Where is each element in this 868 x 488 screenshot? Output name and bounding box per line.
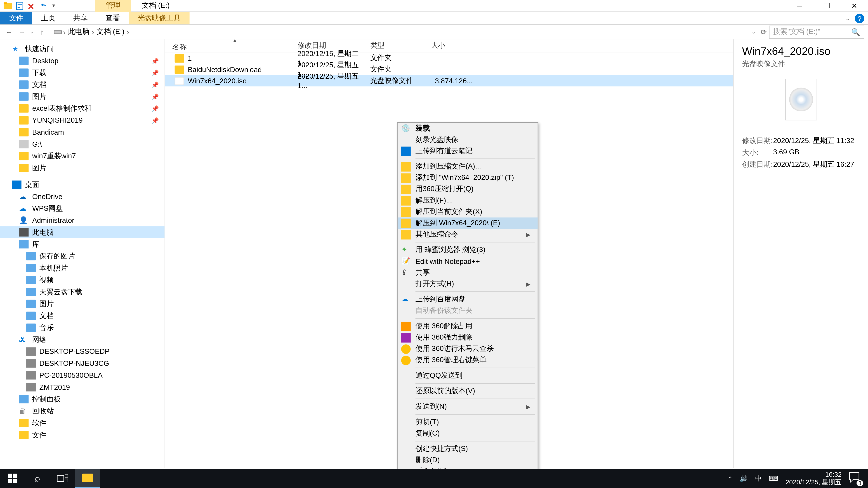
task-view-button[interactable] [50,469,75,488]
tree-documents[interactable]: 文档📌 [0,78,164,91]
nav-forward-button[interactable]: → [17,26,27,37]
address-dropdown-icon[interactable]: ⌄ [752,29,756,35]
ctx-add-archive[interactable]: 添加到压缩文件(A)... [398,161,538,172]
nav-back-button[interactable]: ← [4,26,14,37]
minimize-button[interactable]: ─ [786,0,813,11]
maximize-button[interactable]: ❐ [813,0,840,11]
ctx-extract-here[interactable]: 解压到当前文件夹(X) [398,206,538,217]
tree-gdrive[interactable]: G:\ [0,138,164,150]
tree-pc4[interactable]: ZMT2019 [0,381,164,393]
ctx-360-unlock[interactable]: 使用 360解除占用 [398,321,538,332]
tree-wps[interactable]: ☁WPS网盘 [0,203,164,215]
nav-up-button[interactable]: ↑ [36,26,47,37]
ctx-copy[interactable]: 复制(C) [398,428,538,439]
refresh-icon[interactable]: ⟳ [761,28,767,36]
ctx-cut[interactable]: 剪切(T) [398,416,538,428]
ctx-shortcut[interactable]: 创建快捷方式(S) [398,443,538,455]
tree-pictures2[interactable]: 图片 [0,162,164,174]
ctx-bee-browser[interactable]: ✦用 蜂蜜浏览器 浏览(3) [398,244,538,256]
ctx-qq-send[interactable]: 通过QQ发送到 [398,370,538,381]
tree-documents2[interactable]: 文档 [0,310,164,322]
search-input[interactable]: 搜索"文档 (E:)" 🔍 [769,25,864,38]
ribbon-tab-file[interactable]: 文件 [0,12,32,24]
tree-music[interactable]: 音乐 [0,322,164,334]
notification-center[interactable]: 3 [849,472,862,485]
nav-recent-dropdown[interactable]: ⌄ [30,29,34,35]
tree-network[interactable]: 🖧网络 [0,334,164,346]
ctx-open-360zip[interactable]: 用360压缩打开(Q) [398,184,538,195]
volume-icon[interactable]: 🔊 [740,475,748,482]
col-header-name[interactable]: ▲ 名称 [165,39,297,53]
ime-icon[interactable]: ⌨ [769,475,778,482]
ctx-extract-to[interactable]: 解压到(F)... [398,195,538,206]
chevron-right-icon[interactable]: › [63,28,66,36]
tree-bandicam[interactable]: Bandicam [0,126,164,138]
ctx-upload-youdao[interactable]: 上传到有道云笔记 [398,145,538,157]
ctx-open-with[interactable]: 打开方式(H)▶ [398,278,538,289]
tree-software[interactable]: 软件 [0,417,164,429]
tree-pictures3[interactable]: 图片 [0,298,164,310]
tree-controlpanel[interactable]: 控制面板 [0,393,164,405]
search-icon[interactable]: 🔍 [851,28,860,36]
table-row[interactable]: 1 2020/12/15, 星期二 1... 文件夹 [165,53,733,64]
start-button[interactable] [0,469,25,488]
tree-pc3[interactable]: PC-20190530OBLA [0,369,164,381]
tree-tianyi[interactable]: 天翼云盘下载 [0,286,164,298]
ctx-delete[interactable]: 删除(D) [398,455,538,466]
tree-pictures[interactable]: 图片📌 [0,91,164,103]
ribbon-tab-home[interactable]: 主页 [32,12,64,24]
ribbon-tab-share[interactable]: 共享 [64,12,96,24]
col-header-type[interactable]: 类型 [370,40,431,51]
ctx-share[interactable]: ⇪共享 [398,267,538,278]
ctx-restore-prev[interactable]: 还原以前的版本(V) [398,385,538,397]
delete-icon[interactable]: ✕ [27,2,36,10]
ctx-360-trojan[interactable]: 使用 360进行木马云查杀 [398,343,538,355]
taskbar-explorer[interactable] [75,469,100,488]
qat-dropdown-icon[interactable]: ▼ [51,3,56,8]
tree-pc2[interactable]: DESKTOP-NJEU3CG [0,357,164,369]
ctx-upload-baidu[interactable]: ☁上传到百度网盘 [398,294,538,305]
crumb-drive[interactable]: 文档 (E:) [95,27,126,37]
ctx-add-zip[interactable]: 添加到 "Win7x64_2020.zip" (T) [398,172,538,184]
tree-saved-pics[interactable]: 保存的图片 [0,250,164,262]
chevron-right-icon[interactable]: › [127,28,129,36]
tree-excel[interactable]: excel表格制作求和📌 [0,103,164,115]
breadcrumb[interactable]: › 此电脑 › 文档 (E:) › [50,25,749,38]
search-button[interactable]: ⌕ [25,469,50,488]
tree-quick-access[interactable]: ★快速访问 [0,43,164,55]
tray-expand-icon[interactable]: ⌃ [727,475,733,482]
chevron-right-icon[interactable]: › [92,28,94,36]
ctx-edit-npp[interactable]: 📝Edit with Notepad++ [398,256,538,267]
crumb-thispc[interactable]: 此电脑 [67,27,90,37]
ribbon-tab-view[interactable]: 查看 [96,12,129,24]
close-button[interactable]: ✕ [840,0,868,11]
ime-indicator[interactable]: 中 [755,474,762,483]
tree-desktop2[interactable]: 桌面 [0,179,164,191]
tree-camera-roll[interactable]: 本机照片 [0,262,164,274]
tree-yunqishi[interactable]: YUNQISHI2019📌 [0,114,164,126]
table-row[interactable]: BaiduNetdiskDownload 2020/12/25, 星期五 1..… [165,64,733,75]
ctx-send-to[interactable]: 发送到(N)▶ [398,401,538,412]
tree-recyclebin[interactable]: 🗑回收站 [0,405,164,417]
tree-pc1[interactable]: DESKTOP-LSSOEDP [0,346,164,357]
tree-win7reinstall[interactable]: win7重装win7 [0,150,164,162]
tree-library[interactable]: 库 [0,238,164,250]
help-icon[interactable]: ? [855,13,864,23]
tree-onedrive[interactable]: ☁OneDrive [0,191,164,203]
tree-videos[interactable]: 视频 [0,274,164,286]
clock[interactable]: 16:32 2020/12/25, 星期五 [785,470,842,486]
ctx-burn[interactable]: 刻录光盘映像 [398,134,538,145]
tree-desktop[interactable]: Desktop📌 [0,55,164,67]
ctx-360-forcedel[interactable]: 使用 360强力删除 [398,332,538,343]
ribbon-tab-disc-tools[interactable]: 光盘映像工具 [129,12,190,24]
col-header-size[interactable]: 大小 [431,40,479,51]
tree-admin[interactable]: 👤Administrator [0,215,164,226]
tree-thispc[interactable]: 此电脑 [0,226,164,238]
contextual-tab-manage[interactable]: 管理 [95,0,131,12]
undo-icon[interactable] [39,2,48,10]
ribbon-expand-icon[interactable]: ⌄ [845,15,850,22]
table-row-selected[interactable]: Win7x64_2020.iso 2020/12/25, 星期五 1... 光盘… [165,75,733,86]
properties-icon[interactable] [16,2,24,10]
tree-files[interactable]: 文件 [0,429,164,441]
tree-downloads[interactable]: 下载📌 [0,67,164,78]
